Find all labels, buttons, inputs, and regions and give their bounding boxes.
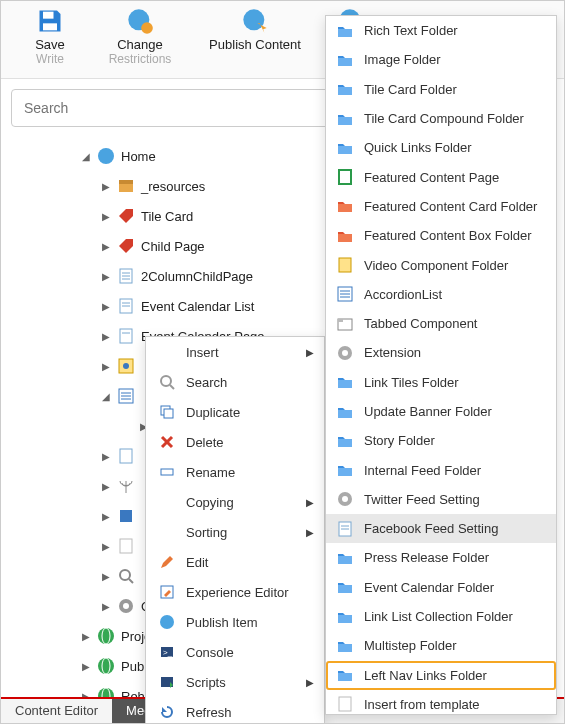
ctx-scripts[interactable]: Scripts ▶: [146, 667, 324, 697]
change-restrictions-button[interactable]: Change Restrictions: [95, 1, 185, 66]
expand-icon[interactable]: ▶: [101, 541, 111, 552]
node-label: _resources: [141, 179, 205, 194]
publish-content-label: Publish Content: [197, 37, 313, 52]
globe-green-icon: [97, 627, 115, 645]
ctx-label: Console: [186, 645, 234, 660]
submenu-item[interactable]: Tabbed Component: [326, 309, 556, 338]
svg-point-19: [123, 363, 129, 369]
submenu-item[interactable]: Tile Card Folder: [326, 75, 556, 104]
list-icon: [117, 387, 135, 405]
svg-rect-16: [120, 329, 132, 343]
collapse-icon[interactable]: ◢: [81, 151, 91, 162]
expand-icon[interactable]: ▶: [101, 511, 111, 522]
ctx-console[interactable]: >_ Console: [146, 637, 324, 667]
submenu-item[interactable]: Insert from template: [326, 690, 556, 719]
gear-icon: [336, 344, 354, 362]
refresh-icon: [158, 703, 176, 721]
submenu-item[interactable]: Press Release Folder: [326, 543, 556, 572]
ctx-label: Scripts: [186, 675, 226, 690]
context-menu: Insert ▶ Search Duplicate Delete Rename …: [145, 336, 325, 724]
svg-rect-25: [120, 449, 132, 463]
submenu-item[interactable]: Video Component Folder: [326, 250, 556, 279]
svg-point-64: [342, 496, 348, 502]
expand-icon[interactable]: ▶: [101, 571, 111, 582]
tab-content-editor[interactable]: Content Editor: [1, 699, 112, 723]
blank-doc-icon: [336, 695, 354, 713]
ctx-duplicate[interactable]: Duplicate: [146, 397, 324, 427]
submenu-item[interactable]: Link List Collection Folder: [326, 602, 556, 631]
submenu-item[interactable]: Facebook Feed Setting: [326, 514, 556, 543]
submenu-item[interactable]: Left Nav Links Folder: [326, 661, 556, 690]
ctx-search[interactable]: Search: [146, 367, 324, 397]
ctx-sorting[interactable]: Sorting ▶: [146, 517, 324, 547]
doc-icon-empty: [117, 537, 135, 555]
ctx-label: Publish Item: [186, 615, 258, 630]
svg-rect-53: [339, 170, 351, 184]
submenu-item[interactable]: Quick Links Folder: [326, 133, 556, 162]
submenu-item[interactable]: AccordionList: [326, 280, 556, 309]
expand-icon[interactable]: ▶: [101, 181, 111, 192]
submenu-arrow-icon: ▶: [306, 527, 314, 538]
submenu-label: Link Tiles Folder: [364, 375, 459, 390]
blue-cube-icon: [117, 507, 135, 525]
submenu-item[interactable]: Rich Text Folder: [326, 16, 556, 45]
submenu-label: Event Calendar Folder: [364, 580, 494, 595]
console-icon: >_: [158, 643, 176, 661]
ctx-publish-item[interactable]: Publish Item: [146, 607, 324, 637]
submenu-item[interactable]: Featured Content Box Folder: [326, 221, 556, 250]
expand-icon[interactable]: ▶: [81, 661, 91, 672]
svg-rect-27: [120, 510, 132, 522]
ctx-label: Duplicate: [186, 405, 240, 420]
expand-icon[interactable]: ▶: [101, 331, 111, 342]
expand-icon[interactable]: ▶: [101, 481, 111, 492]
submenu-item[interactable]: Internal Feed Folder: [326, 455, 556, 484]
submenu-item[interactable]: Image Folder: [326, 45, 556, 74]
expand-icon[interactable]: ▶: [101, 271, 111, 282]
blue-folder-icon: [336, 637, 354, 655]
expand-icon[interactable]: ▶: [101, 241, 111, 252]
submenu-item[interactable]: Featured Content Page: [326, 162, 556, 191]
red-folder-icon: [336, 227, 354, 245]
collapse-icon[interactable]: ◢: [101, 391, 111, 402]
delete-icon: [158, 433, 176, 451]
expand-icon[interactable]: ▶: [101, 301, 111, 312]
submenu-item[interactable]: Update Banner Folder: [326, 397, 556, 426]
expand-icon[interactable]: ▶: [101, 451, 111, 462]
ctx-refresh[interactable]: Refresh: [146, 697, 324, 724]
list-icon: [336, 285, 354, 303]
publish-content-button[interactable]: Publish Content: [185, 1, 325, 52]
globe-arrow-icon: [241, 7, 269, 35]
save-button[interactable]: Save Write: [5, 1, 95, 66]
ctx-label: Search: [186, 375, 227, 390]
submenu-item[interactable]: Story Folder: [326, 426, 556, 455]
globe-gear-icon: [126, 7, 154, 35]
save-icon: [36, 7, 64, 35]
svg-point-35: [98, 658, 114, 674]
submenu-item[interactable]: Extension: [326, 338, 556, 367]
expand-icon[interactable]: ▶: [101, 211, 111, 222]
submenu-item[interactable]: Tile Card Compound Folder: [326, 104, 556, 133]
insert-submenu: Rich Text FolderImage FolderTile Card Fo…: [325, 15, 557, 715]
submenu-item[interactable]: Link Tiles Folder: [326, 368, 556, 397]
expand-icon[interactable]: ▶: [101, 601, 111, 612]
blue-folder-icon: [336, 110, 354, 128]
ctx-experience-editor[interactable]: Experience Editor: [146, 577, 324, 607]
ctx-edit[interactable]: Edit: [146, 547, 324, 577]
ctx-delete[interactable]: Delete: [146, 427, 324, 457]
ctx-copying[interactable]: Copying ▶: [146, 487, 324, 517]
submenu-label: Internal Feed Folder: [364, 463, 481, 478]
expand-icon[interactable]: ▶: [81, 631, 91, 642]
svg-text:>_: >_: [163, 648, 173, 657]
svg-line-42: [170, 385, 174, 389]
submenu-label: Video Component Folder: [364, 258, 508, 273]
expand-icon[interactable]: ▶: [101, 361, 111, 372]
svg-point-32: [123, 603, 129, 609]
submenu-item[interactable]: Twitter Feed Setting: [326, 485, 556, 514]
submenu-item[interactable]: Event Calendar Folder: [326, 573, 556, 602]
ctx-insert[interactable]: Insert ▶: [146, 337, 324, 367]
submenu-item[interactable]: Multistep Folder: [326, 631, 556, 660]
submenu-item[interactable]: Featured Content Card Folder: [326, 192, 556, 221]
save-label: Save: [17, 37, 83, 52]
ctx-rename[interactable]: Rename: [146, 457, 324, 487]
svg-point-29: [120, 570, 130, 580]
